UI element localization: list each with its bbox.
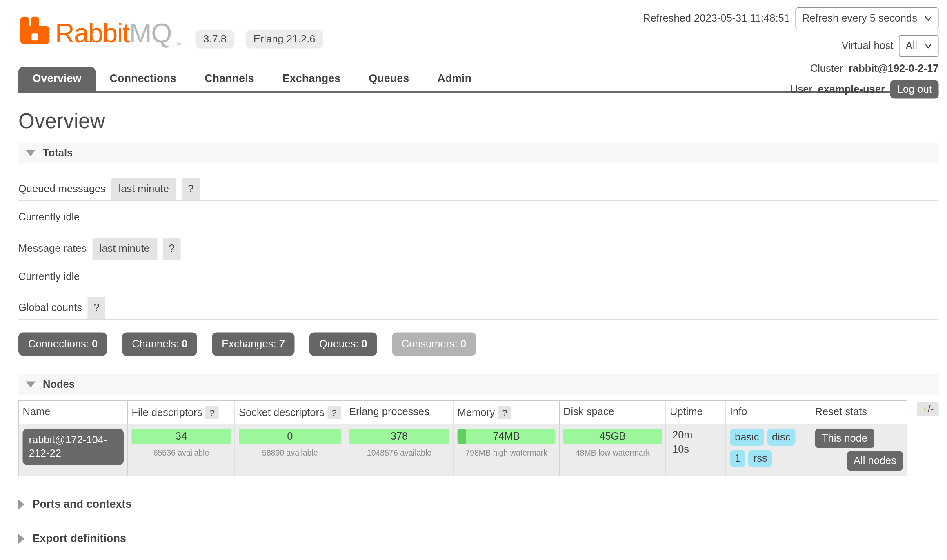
triangle-down-icon: [26, 382, 36, 388]
queued-messages-header: Queued messages last minute ?: [18, 178, 939, 201]
main-content: Overview Totals Queued messages last min…: [0, 109, 947, 560]
ports-and-contexts-section[interactable]: Ports and contexts: [18, 498, 939, 511]
erlang-processes-bar: 378: [349, 429, 449, 444]
disk-space-detail: 48MB low watermark: [563, 448, 662, 458]
help-button[interactable]: ?: [182, 178, 200, 200]
help-button[interactable]: ?: [498, 406, 512, 419]
col-file-descriptors: File descriptors ?: [128, 401, 235, 424]
memory-cell: 74MB 798MB high watermark: [453, 424, 560, 476]
nodes-table-zone: Name File descriptors ? Socket descripto…: [18, 400, 939, 476]
file-descriptors-detail: 65536 available: [132, 448, 231, 458]
tab-overview[interactable]: Overview: [18, 67, 96, 91]
socket-descriptors-bar: 0: [239, 429, 341, 444]
message-rates-header: Message rates last minute ?: [18, 238, 939, 260]
help-button[interactable]: ?: [327, 406, 341, 419]
export-definitions-section[interactable]: Export definitions: [18, 532, 939, 545]
global-counts-label: Global counts: [18, 297, 82, 319]
rabbitmq-logo[interactable]: RabbitMQ ™: [18, 15, 182, 51]
erlang-version-badge: Erlang 21.2.6: [245, 30, 323, 49]
tab-queues[interactable]: Queues: [355, 67, 423, 91]
logout-button[interactable]: Log out: [890, 80, 938, 99]
node-row: rabbit@172-104-212-22 34 65536 available…: [19, 424, 907, 476]
node-name-link[interactable]: rabbit@172-104-212-22: [23, 429, 124, 465]
help-button[interactable]: ?: [163, 238, 181, 260]
col-socket-descriptors: Socket descriptors ?: [235, 401, 345, 424]
chevron-down-icon: [925, 44, 932, 49]
file-descriptors-cell: 34 65536 available: [128, 424, 235, 476]
col-reset-stats: Reset stats: [811, 401, 907, 424]
uptime-value: 20m10s: [672, 429, 722, 457]
tab-admin[interactable]: Admin: [423, 67, 486, 91]
page-title: Overview: [18, 109, 939, 133]
reset-this-node-button[interactable]: This node: [815, 429, 874, 448]
cluster-name: rabbit@192-0-2-17: [849, 62, 938, 75]
nodes-section-header[interactable]: Nodes: [18, 374, 939, 395]
cluster-row: Cluster rabbit@192-0-2-17: [810, 62, 939, 75]
user-label: User: [790, 83, 812, 96]
channels-count-badge: Channels: 0: [122, 333, 197, 356]
user-row: User example-user Log out: [790, 80, 938, 99]
triangle-down-icon: [26, 150, 36, 156]
queued-messages-status: Currently idle: [18, 211, 939, 224]
queues-count-badge: Queues: 0: [309, 333, 377, 356]
reset-all-nodes-button[interactable]: All nodes: [847, 451, 903, 471]
info-badge-basic[interactable]: basic: [730, 429, 764, 446]
info-badge-disc[interactable]: disc: [767, 429, 795, 446]
tab-connections[interactable]: Connections: [96, 67, 191, 91]
rabbitmq-overview-page: RabbitMQ ™ 3.7.8 Erlang 21.2.6 Refreshed…: [0, 0, 947, 560]
header-status-panel: Refreshed 2023-05-31 11:48:51 Refresh ev…: [643, 7, 938, 99]
virtual-host-label: Virtual host: [842, 40, 894, 52]
exchanges-count-badge: Exchanges: 7: [212, 333, 295, 356]
rabbitmq-version-badge: 3.7.8: [196, 30, 235, 49]
erlang-processes-detail: 1048576 available: [349, 448, 449, 458]
triangle-right-icon: [18, 499, 24, 509]
refreshed-timestamp: Refreshed 2023-05-31 11:48:51: [643, 12, 790, 24]
memory-used-fill: [458, 429, 467, 444]
memory-detail: 798MB high watermark: [458, 448, 556, 458]
global-counts-header: Global counts ?: [18, 297, 939, 320]
refresh-interval-select[interactable]: Refresh every 5 seconds: [795, 7, 938, 29]
message-rates-window-tab[interactable]: last minute: [92, 238, 157, 260]
trademark-symbol: ™: [175, 41, 182, 49]
info-badge-rss[interactable]: rss: [749, 450, 772, 467]
refresh-row: Refreshed 2023-05-31 11:48:51 Refresh ev…: [643, 7, 938, 29]
logo-wordmark: RabbitMQ: [55, 19, 171, 46]
help-button[interactable]: ?: [87, 297, 105, 319]
chevron-down-icon: [925, 16, 932, 21]
col-uptime: Uptime: [666, 401, 726, 424]
memory-bar: 74MB: [458, 429, 556, 444]
virtual-host-select[interactable]: All: [899, 35, 938, 57]
col-name: Name: [19, 401, 128, 424]
socket-descriptors-detail: 58890 available: [239, 448, 341, 458]
version-badges: 3.7.8 Erlang 21.2.6: [196, 30, 323, 49]
reset-stats-cell: This node All nodes: [811, 424, 907, 476]
file-descriptors-bar: 34: [132, 429, 231, 444]
column-toggle-button[interactable]: +/-: [917, 402, 939, 416]
nodes-table: Name File descriptors ? Socket descripto…: [18, 400, 907, 476]
info-badge-1[interactable]: 1: [730, 450, 745, 467]
queued-messages-label: Queued messages: [18, 178, 106, 200]
tab-channels[interactable]: Channels: [191, 67, 269, 91]
tab-exchanges[interactable]: Exchanges: [268, 67, 355, 91]
disk-space-bar: 45GB: [563, 429, 662, 444]
consumers-count-badge: Consumers: 0: [392, 333, 476, 356]
col-memory: Memory ?: [453, 401, 560, 424]
cluster-label: Cluster: [810, 62, 843, 75]
queued-messages-window-tab[interactable]: last minute: [111, 178, 176, 200]
message-rates-label: Message rates: [18, 238, 87, 260]
disk-space-cell: 45GB 48MB low watermark: [559, 424, 666, 476]
col-info: Info: [726, 401, 811, 424]
global-counts-badges: Connections: 0 Channels: 0 Exchanges: 7 …: [18, 333, 939, 356]
col-disk-space: Disk space: [559, 401, 666, 424]
socket-descriptors-cell: 0 58890 available: [235, 424, 345, 476]
user-name: example-user: [818, 83, 885, 96]
info-cell: basicdisc 1rss: [726, 424, 811, 476]
rabbitmq-logo-icon: [18, 15, 51, 51]
node-name-cell: rabbit@172-104-212-22: [19, 424, 128, 476]
virtual-host-row: Virtual host All: [842, 35, 939, 57]
help-button[interactable]: ?: [205, 406, 219, 419]
connections-count-badge: Connections: 0: [18, 333, 107, 356]
totals-section-header[interactable]: Totals: [18, 143, 939, 164]
triangle-right-icon: [18, 533, 24, 543]
message-rates-status: Currently idle: [18, 271, 939, 283]
